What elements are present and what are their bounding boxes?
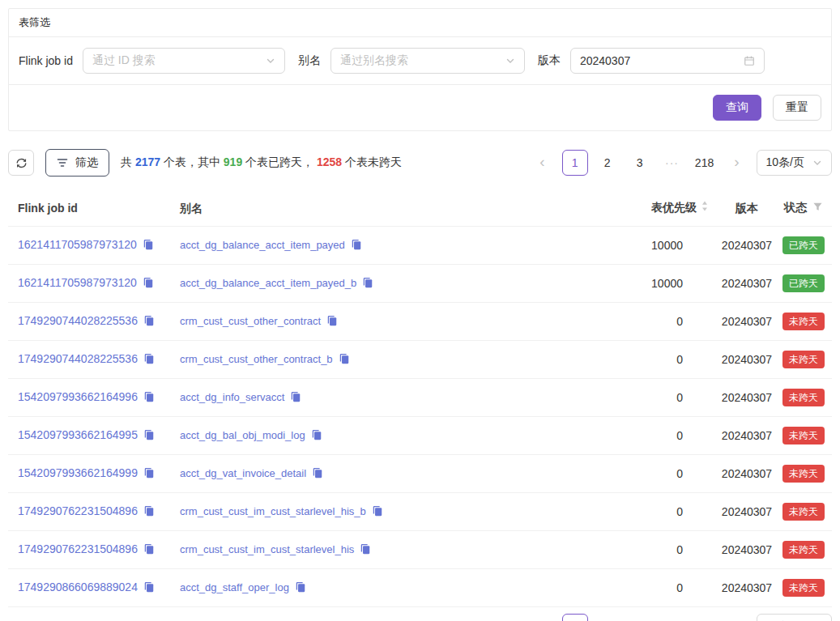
version-cell: 20240307 <box>718 341 775 379</box>
copy-icon[interactable] <box>143 504 155 521</box>
bottom-pagination-wrap: ‹123···218›10条/页 <box>8 614 832 621</box>
pagination-bottom: ‹123···218›10条/页 <box>530 614 832 621</box>
copy-icon[interactable] <box>326 314 338 330</box>
pagination-page-2[interactable]: 2 <box>595 614 620 621</box>
page-size-select[interactable]: 10条/页 <box>757 614 832 621</box>
alias-link[interactable]: crm_cust_cust_other_contract <box>180 315 321 327</box>
summary-part2: 个表，其中 <box>160 155 224 168</box>
alias-placeholder: 通过别名搜索 <box>340 53 408 68</box>
pagination-prev[interactable]: ‹ <box>530 614 556 621</box>
reset-button[interactable]: 重置 <box>773 95 821 121</box>
flink-job-id-link[interactable]: 1749290866069889024 <box>18 581 138 593</box>
pagination-ellipsis: ··· <box>659 614 685 621</box>
chevron-down-icon <box>266 56 275 66</box>
alias-link[interactable]: acct_dg_staff_oper_log <box>180 581 289 593</box>
copy-icon[interactable] <box>360 542 371 559</box>
query-button[interactable]: 查询 <box>713 95 761 121</box>
copy-icon[interactable] <box>143 352 155 368</box>
version-cell: 20240307 <box>718 303 775 341</box>
filter-row: Flink job id 通过 ID 搜索 别名 通过别名搜索 <box>9 37 831 85</box>
alias-field: 别名 通过别名搜索 <box>298 48 525 74</box>
pagination-page-218[interactable]: 218 <box>692 614 718 621</box>
flink-job-id-link[interactable]: 1542097993662164996 <box>18 390 138 403</box>
pagination-page-3[interactable]: 3 <box>627 150 653 176</box>
version-cell: 20240307 <box>718 417 775 455</box>
copy-icon[interactable] <box>143 581 155 597</box>
pagination-next[interactable]: › <box>724 150 750 176</box>
flink-job-id-link[interactable]: 1749290762231504896 <box>18 504 138 517</box>
priority-cell: 0 <box>559 531 718 569</box>
copy-icon[interactable] <box>143 276 154 292</box>
alias-link[interactable]: acct_dg_bal_obj_modi_log <box>180 429 305 441</box>
pagination-top: ‹123···218›10条/页 <box>530 150 832 176</box>
flink-job-id-select[interactable]: 通过 ID 搜索 <box>83 48 285 74</box>
page-size-select[interactable]: 10条/页 <box>757 150 832 176</box>
pagination-page-1[interactable]: 1 <box>562 150 588 176</box>
column-priority[interactable]: 表优先级 <box>559 189 718 227</box>
copy-icon[interactable] <box>143 428 155 444</box>
copy-icon[interactable] <box>311 428 322 444</box>
summary-total: 2177 <box>135 155 160 168</box>
pagination-page-1[interactable]: 1 <box>562 614 588 621</box>
pagination-page-3[interactable]: 3 <box>627 614 653 621</box>
alias-link[interactable]: acct_dg_balance_acct_item_payed <box>180 239 345 251</box>
flink-job-id-link[interactable]: 1749290744028225536 <box>18 352 138 365</box>
copy-icon[interactable] <box>339 352 350 368</box>
copy-icon[interactable] <box>362 276 373 292</box>
flink-job-id-link[interactable]: 1749290744028225536 <box>18 314 138 327</box>
sort-icon[interactable] <box>701 200 709 216</box>
table-row: 1542097993662164999 acct_dg_vat_invoice_… <box>8 455 832 493</box>
filter-funnel-icon[interactable] <box>812 200 823 216</box>
version-date-input[interactable]: 20240307 <box>570 48 765 74</box>
priority-cell: 0 <box>559 417 718 455</box>
column-flink-job-id: Flink job id <box>8 189 170 227</box>
summary-uncrossed-count: 1258 <box>317 155 342 168</box>
copy-icon[interactable] <box>143 238 154 254</box>
flink-job-id-field: Flink job id 通过 ID 搜索 <box>19 48 285 74</box>
pagination-page-2[interactable]: 2 <box>595 150 620 176</box>
alias-link[interactable]: crm_cust_cust_im_cust_starlevel_his <box>180 543 354 555</box>
version-cell: 20240307 <box>718 569 775 607</box>
version-cell: 20240307 <box>718 455 775 493</box>
column-alias: 别名 <box>170 189 559 227</box>
pagination-page-218[interactable]: 218 <box>692 150 718 176</box>
filter-panel-title: 表筛选 <box>9 9 831 37</box>
copy-icon[interactable] <box>143 390 155 406</box>
table-row: 1749290762231504896 crm_cust_cust_im_cus… <box>8 493 832 531</box>
refresh-button[interactable] <box>8 150 34 176</box>
priority-cell: 0 <box>559 493 718 531</box>
alias-link[interactable]: acct_dg_vat_invoice_detail <box>180 467 306 479</box>
alias-link[interactable]: crm_cust_cust_other_contract_b <box>180 353 333 365</box>
flink-job-id-link[interactable]: 1621411705987973120 <box>18 238 137 251</box>
copy-icon[interactable] <box>143 466 155 483</box>
filter-lines-icon <box>57 157 68 168</box>
copy-icon[interactable] <box>143 542 155 559</box>
copy-icon[interactable] <box>372 504 383 521</box>
flink-job-id-link[interactable]: 1749290762231504896 <box>18 542 138 555</box>
flink-job-id-link[interactable]: 1542097993662164995 <box>18 428 138 441</box>
copy-icon[interactable] <box>143 314 155 330</box>
flink-job-id-label: Flink job id <box>19 54 73 67</box>
copy-icon[interactable] <box>295 581 306 597</box>
alias-link[interactable]: crm_cust_cust_im_cust_starlevel_his_b <box>180 505 366 517</box>
copy-icon[interactable] <box>351 238 362 254</box>
version-cell: 20240307 <box>718 493 775 531</box>
flink-job-id-link[interactable]: 1542097993662164999 <box>18 466 138 479</box>
filter-toggle-button[interactable]: 筛选 <box>45 149 109 177</box>
version-cell: 20240307 <box>718 227 775 265</box>
alias-link[interactable]: acct_dg_balance_acct_item_payed_b <box>180 277 356 289</box>
table-body: 1621411705987973120 acct_dg_balance_acct… <box>8 227 832 607</box>
flink-job-id-link[interactable]: 1621411705987973120 <box>18 276 137 289</box>
status-badge: 已跨天 <box>782 274 825 292</box>
copy-icon[interactable] <box>312 466 323 483</box>
version-field: 版本 20240307 <box>538 48 765 74</box>
alias-link[interactable]: acct_dg_info_servacct <box>180 391 284 403</box>
priority-cell: 10000 <box>559 265 718 303</box>
alias-select[interactable]: 通过别名搜索 <box>330 48 525 74</box>
priority-cell: 0 <box>559 303 718 341</box>
pagination-prev[interactable]: ‹ <box>530 150 556 176</box>
status-badge: 未跨天 <box>782 313 825 330</box>
filter-panel: 表筛选 Flink job id 通过 ID 搜索 别名 通过别名搜索 <box>8 8 832 131</box>
copy-icon[interactable] <box>290 390 301 406</box>
pagination-next[interactable]: › <box>724 614 750 621</box>
